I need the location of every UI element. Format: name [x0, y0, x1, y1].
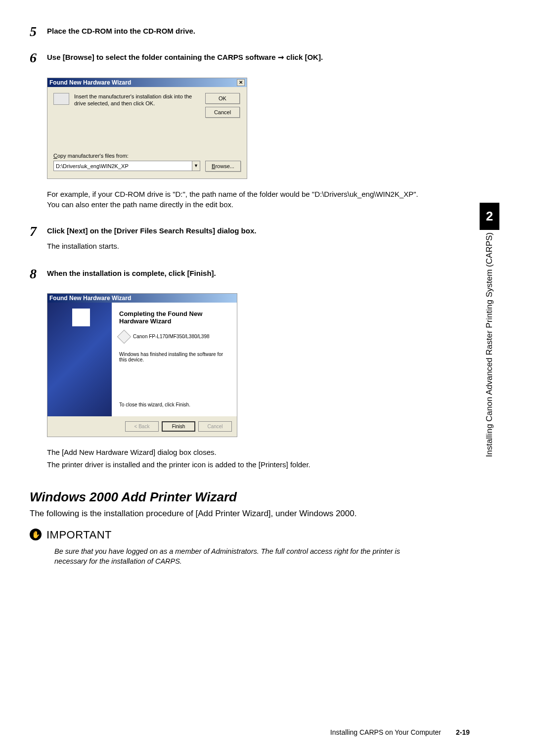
- step-8: 8 When the installation is complete, cli…: [30, 267, 430, 283]
- chapter-title: Installing Canon Advanced Raster Printin…: [485, 232, 494, 457]
- important-label: IMPORTANT: [46, 529, 112, 541]
- page-number: 2-19: [456, 728, 470, 736]
- hand-stop-icon: ✋: [30, 529, 42, 540]
- step-7-text: The installation starts.: [47, 241, 430, 251]
- step-6: 6 Use [Browse] to select the folder cont…: [30, 51, 430, 68]
- step-number: 8: [30, 267, 47, 283]
- close-icon[interactable]: ✕: [237, 79, 245, 86]
- cancel-button: Cancel: [198, 421, 232, 432]
- important-block: ✋ IMPORTANT: [30, 529, 430, 541]
- path-input[interactable]: [54, 161, 192, 171]
- step-8-title: When the installation is complete, click…: [47, 269, 430, 277]
- wizard-close-msg: To close this wizard, click Finish.: [119, 402, 229, 407]
- page-footer: Installing CARPS on Your Computer 2-19: [330, 728, 470, 736]
- printer-icon: [117, 329, 131, 343]
- back-button: < Back: [125, 421, 159, 432]
- step-6-note: For example, if your CD-ROM drive is "D:…: [47, 189, 430, 210]
- printer-name: Canon FP-L170/MF350/L380/L398: [133, 334, 210, 339]
- dialog-title-text: Found New Hardware Wizard: [49, 79, 131, 86]
- step-7-title: Click [Next] on the [Driver Files Search…: [47, 226, 430, 235]
- found-new-hardware-dialog: Found New Hardware Wizard ✕ Insert the m…: [47, 78, 247, 179]
- dialog-titlebar: Found New Hardware Wizard ✕: [47, 78, 247, 87]
- section-heading: Windows 2000 Add Printer Wizard: [30, 489, 430, 505]
- step-6-title: Use [Browse] to select the folder contai…: [47, 53, 430, 62]
- wizard-message: Windows has finished installing the soft…: [119, 352, 229, 362]
- step-number: 6: [30, 51, 47, 68]
- step-8-note-2: The printer driver is installed and the …: [47, 459, 430, 470]
- important-text: Be sure that you have logged on as a mem…: [54, 546, 430, 567]
- cancel-button[interactable]: Cancel: [205, 107, 240, 118]
- wizard-icon: [72, 309, 90, 326]
- step-5-title: Place the CD-ROM into the CD-ROM drive.: [47, 27, 430, 35]
- step-number: 7: [30, 224, 47, 257]
- instruction-text: Insert the manufacturer's installation d…: [74, 93, 200, 107]
- wizard-heading: Completing the Found New Hardware Wizard: [119, 310, 229, 325]
- step-8-note-1: The [Add New Hardware Wizard] dialog box…: [47, 447, 430, 457]
- completing-wizard-dialog: Found New Hardware Wizard Completing the…: [47, 293, 237, 437]
- step-number: 5: [30, 25, 47, 41]
- ok-button[interactable]: OK: [205, 93, 240, 104]
- chevron-down-icon[interactable]: ▼: [192, 161, 200, 171]
- chapter-number: 2: [480, 203, 499, 230]
- step-5: 5 Place the CD-ROM into the CD-ROM drive…: [30, 25, 430, 41]
- copy-files-label: Copy manufacturer's files from:: [53, 153, 241, 159]
- browse-button[interactable]: Browse...: [205, 161, 241, 172]
- dialog-1-wrapper: Found New Hardware Wizard ✕ Insert the m…: [47, 78, 430, 179]
- wizard-sidebar-image: [47, 303, 112, 416]
- dialog-title-text: Found New Hardware Wizard: [49, 295, 131, 302]
- footer-text: Installing CARPS on Your Computer: [330, 728, 441, 736]
- step-7: 7 Click [Next] on the [Driver Files Sear…: [30, 224, 430, 257]
- chapter-tab: 2 Installing Canon Advanced Raster Print…: [477, 203, 502, 457]
- dialog-titlebar: Found New Hardware Wizard: [47, 294, 237, 303]
- disk-icon: [53, 93, 69, 105]
- path-combo[interactable]: ▼: [53, 161, 200, 171]
- finish-button[interactable]: Finish: [162, 421, 195, 432]
- dialog-2-wrapper: Found New Hardware Wizard Completing the…: [47, 293, 430, 437]
- section-intro: The following is the installation proced…: [30, 509, 430, 519]
